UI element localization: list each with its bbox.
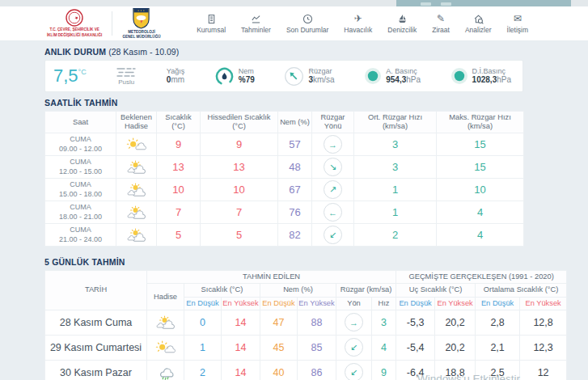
col-avg-max: En Yüksek [520,297,567,310]
pressure-metric: A. Basınç 954,3hPa [364,67,421,86]
group-ruzgar: Rüzgar (km/sa) [336,284,396,297]
current-section-title: ANLIK DURUM (28 Kasım - 10.09) [44,47,588,57]
nav-item-iletisim[interactable]: ✉ İletişim [507,13,528,34]
nav-item-analizler[interactable]: Analizler [465,13,492,34]
logo-area: T.C. ÇEVRE, ŞEHİRCİLİK VE İKLİM DEĞİŞİKL… [47,7,161,40]
hum-min-cell: 47 [260,310,298,335]
windows-activation-watermark: Windows'u Etkinleştir [417,373,520,380]
current-title-text: ANLIK DURUM [44,47,106,57]
weather-cell [116,133,157,156]
avg-wind-cell: 3 [354,156,437,179]
max-wind-cell: 4 [437,224,524,247]
fog-icon [116,67,137,78]
plane-icon: ✈ [354,13,362,24]
cutoff-toolbar [396,0,571,6]
col-ruzgar-yonu: Rüzgar Yönü [312,112,354,133]
mgm-logo-text: METEOROLOJİ GENEL MÜDÜRLÜĞÜ [122,30,160,40]
logo-divider [112,11,112,36]
col-beklenen-hadise: Beklenen Hadise [116,112,157,133]
toolbar-dash [421,2,431,6]
ext-max-cell: 20,2 [435,310,476,335]
col-yon: Yön [336,297,372,310]
col-ext-min: En Düşük [396,297,435,310]
toolbar-dash [441,2,451,6]
temp-min-cell: 1 [184,335,222,360]
nav-item-ziraat[interactable]: ✎ Ziraat [432,13,450,34]
wind-speed-cell: 9 [372,360,396,380]
nav-item-kurumsal[interactable]: Kurumsal [197,13,226,34]
daily-section-title: 5 GÜNLÜK TAHMİN [44,257,588,267]
time-slot-cell: CUMA15.00 - 18.00 [45,179,116,201]
group-uc-sicaklik: Uç Sıcaklık (°C) [396,284,476,297]
daily-row: 29 Kasım Cumartesi1144585↙4-5,420,22,112… [45,335,567,360]
sunny-weather-icon [155,340,176,355]
current-date-note: (28 Kasım - 10.09) [108,47,179,57]
max-wind-cell: 15 [437,156,524,179]
wind-direction-icon: ↙ [345,338,363,357]
time-slot-cell: CUMA21.00 - 24.00 [45,224,116,247]
humidity-cell: 76 [278,201,312,224]
weather-cell [147,335,184,360]
humidity-cell: 48 [278,156,312,179]
wind-dir-cell: ↙ [336,335,372,360]
weather-cell [116,201,157,224]
humidity-cell: 57 [278,133,312,156]
wind-dir-cell: ↙ [312,224,354,247]
ministry-logo[interactable]: T.C. ÇEVRE, ŞEHİRCİLİK VE İKLİM DEĞİŞİKL… [47,9,102,37]
group-nem: Nem (%) [260,284,336,297]
feels-like-cell: 5 [201,224,278,247]
mgm-shield-icon [132,7,150,29]
sea-pressure-metric: D.İ.Basınç 1028,3hPa [451,67,511,86]
mgm-line2: GENEL MÜDÜRLÜĞÜ [122,35,160,40]
hourly-row: CUMA15.00 - 18.00101067↗110 [45,179,524,201]
nav-item-son-durumlar[interactable]: Son Durumlar [286,13,328,34]
date-cell: 30 Kasım Pazar [45,360,147,380]
group-ortalama-sicaklik: Ortalama Sıcaklık (°C) [476,284,567,297]
pencil-icon: ✎ [437,13,445,24]
temp-max-cell: 14 [222,310,260,335]
wind-dir-cell: → [336,310,372,335]
hourly-row: CUMA21.00 - 24.005582↙24 [45,224,524,247]
wind-metric: Rüzgar 3km/sa [284,66,334,87]
col-maks-ruzgar: Maks. Rüzgar Hızı (km/sa) [437,112,524,133]
temp-cell: 13 [157,156,201,179]
sunny-weather-icon [126,137,146,152]
avg-wind-cell: 1 [354,201,437,224]
col-hadise: Hadise [147,284,184,310]
time-slot-cell: CUMA09.00 - 12.00 [45,133,116,156]
ministry-line2: İKLİM DEĞİŞİKLİĞİ BAKANLIĞI [47,33,102,38]
ext-min-cell: -5,3 [396,310,435,335]
nav-item-denizcilik[interactable]: Denizcilik [387,13,417,34]
mgm-logo[interactable]: METEOROLOJİ GENEL MÜDÜRLÜĞÜ [122,7,160,40]
current-conditions-card: 7,5°C Puslu Yağış 0mm Nem %79 Rüzgar 3km… [44,60,523,92]
site-header: T.C. ÇEVRE, ŞEHİRCİLİK VE İKLİM DEĞİŞİKL… [0,6,588,41]
weather-cell [116,179,157,201]
ministry-line1: T.C. ÇEVRE, ŞEHİRCİLİK VE [47,27,102,32]
wind-direction-icon: ↙ [324,226,342,244]
col-hum-max: En Yüksek [298,297,336,310]
max-wind-cell: 4 [437,201,524,224]
nav-item-havacilik[interactable]: ✈ Havacılık [344,13,372,34]
top-strip [0,0,588,6]
temp-cell: 5 [157,224,201,247]
hourly-section-title: SAATLİK TAHMİN [44,98,588,108]
envelope-icon: ✉ [514,13,522,24]
wind-dir-cell: ↗ [312,179,354,201]
hum-max-cell: 86 [298,360,336,380]
col-nem: Nem (%) [278,112,312,133]
ext-max-cell: 20,2 [435,335,476,360]
wind-speed-cell: 4 [372,335,396,360]
temp-max-cell: 14 [222,360,260,380]
nav-item-tahminler[interactable]: Tahminler [241,13,271,34]
col-hum-min: En Düşük [260,297,298,310]
col-hiz: Hız [372,297,396,310]
col-temp-max: En Yüksek [222,297,260,310]
content: ANLIK DURUM (28 Kasım - 10.09) 7,5°C Pus… [0,47,588,380]
current-temperature: 7,5°C [53,67,87,85]
wind-compass-icon [284,66,304,87]
temp-cell: 9 [157,133,201,156]
col-hissedilen: Hissedilen Sıcaklık (°C) [201,112,278,133]
daily-row: 28 Kasım Cuma0144788→3-5,320,22,812,8 [45,310,567,335]
humidity-cell: 82 [278,224,312,247]
max-wind-cell: 15 [437,133,524,156]
